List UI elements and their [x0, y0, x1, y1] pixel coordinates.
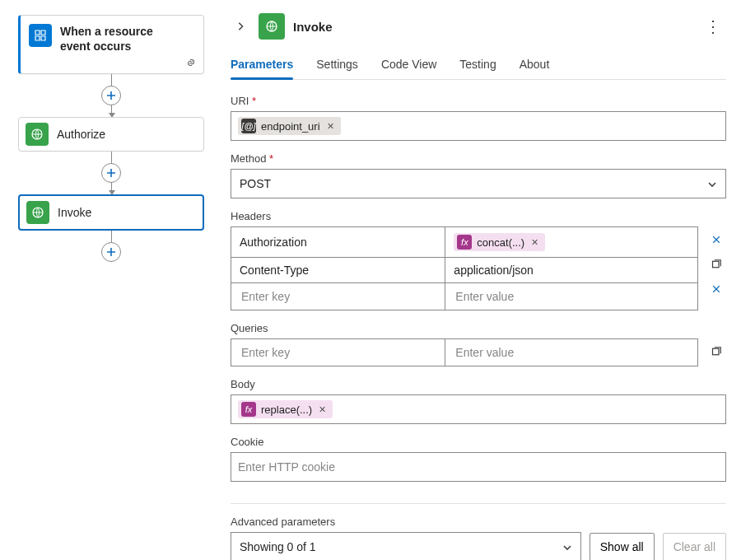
- header-delete-button[interactable]: [706, 230, 726, 250]
- token-label: endpoint_uri: [261, 120, 320, 133]
- chevron-down-icon: [562, 542, 572, 552]
- panel-tabs: Parameters Settings Code View Testing Ab…: [231, 53, 726, 80]
- advanced-select[interactable]: Showing 0 of 1: [231, 532, 581, 560]
- add-step-button[interactable]: [101, 242, 121, 262]
- flow-canvas: When a resource event occurs Authorize I…: [0, 0, 222, 560]
- token-fx-replace[interactable]: fx replace(...) ✕: [238, 400, 333, 418]
- queries-switch-mode-button[interactable]: [706, 342, 726, 362]
- uri-input[interactable]: [@] endpoint_uri ✕: [231, 111, 726, 141]
- tab-testing[interactable]: Testing: [459, 53, 496, 79]
- cookie-input[interactable]: [238, 457, 719, 477]
- header-row: Content-Type application/json: [231, 258, 697, 283]
- http-icon: [259, 13, 285, 40]
- flow-connector: [18, 152, 204, 194]
- header-value-text: application/json: [454, 264, 534, 277]
- section-divider: [231, 503, 726, 504]
- flow-node-authorize[interactable]: Authorize: [18, 117, 204, 152]
- fx-icon: fx: [457, 235, 472, 250]
- tab-parameters[interactable]: Parameters: [231, 53, 293, 79]
- headers-table: Authorization fx concat(...) ✕ Content-T…: [231, 226, 698, 310]
- flow-node-title: Invoke: [58, 206, 91, 219]
- header-value-input[interactable]: [454, 289, 689, 304]
- link-icon: [185, 57, 197, 68]
- collapse-panel-button[interactable]: [231, 16, 250, 36]
- action-detail-panel: Invoke ⋮ Parameters Settings Code View T…: [222, 0, 741, 560]
- query-key-input[interactable]: [240, 345, 436, 360]
- method-select[interactable]: POST: [231, 169, 726, 198]
- token-endpoint-uri[interactable]: [@] endpoint_uri ✕: [238, 117, 341, 135]
- event-grid-icon: [29, 24, 52, 47]
- headers-label: Headers: [231, 210, 726, 222]
- queries-table: [231, 338, 698, 366]
- method-value: POST: [240, 177, 271, 190]
- token-fx-concat[interactable]: fx concat(...) ✕: [454, 233, 545, 251]
- header-value-cell[interactable]: application/json: [445, 258, 697, 282]
- token-label: replace(...): [261, 404, 312, 416]
- header-key-input[interactable]: [240, 289, 436, 304]
- flow-node-trigger[interactable]: When a resource event occurs: [18, 15, 204, 74]
- cookie-input-wrap: [231, 452, 726, 482]
- flow-connector: [18, 74, 204, 117]
- tab-about[interactable]: About: [520, 53, 550, 79]
- cookie-label: Cookie: [231, 436, 726, 448]
- token-label: concat(...): [477, 236, 524, 249]
- fx-icon: fx: [241, 402, 256, 417]
- advanced-label: Advanced parameters: [231, 516, 726, 528]
- token-remove-button[interactable]: ✕: [325, 121, 334, 132]
- header-key-cell[interactable]: Content-Type: [231, 258, 445, 282]
- query-row-empty: [231, 339, 697, 366]
- show-all-button[interactable]: Show all: [590, 533, 655, 560]
- flow-node-title: When a resource event occurs: [60, 24, 167, 54]
- token-remove-button[interactable]: ✕: [317, 404, 326, 415]
- header-row: Authorization fx concat(...) ✕: [231, 227, 697, 258]
- query-value-input[interactable]: [454, 345, 689, 360]
- panel-title: Invoke: [293, 20, 692, 34]
- header-delete-button[interactable]: [706, 279, 726, 299]
- advanced-value: Showing 0 of 1: [240, 540, 316, 553]
- svg-rect-3: [713, 261, 720, 268]
- http-icon: [26, 123, 49, 146]
- parameter-icon: [@]: [241, 119, 256, 133]
- uri-label: URI: [231, 95, 726, 107]
- header-key-text: Content-Type: [240, 264, 309, 277]
- token-remove-button[interactable]: ✕: [529, 237, 538, 248]
- clear-all-button[interactable]: Clear all: [663, 533, 726, 560]
- flow-node-invoke[interactable]: Invoke: [18, 194, 204, 231]
- header-key-text: Authorization: [240, 236, 307, 249]
- body-label: Body: [231, 378, 726, 390]
- headers-switch-mode-button[interactable]: [706, 254, 726, 274]
- flow-node-title: Authorize: [57, 128, 105, 141]
- add-step-button[interactable]: [101, 163, 121, 183]
- flow-connector: [18, 231, 204, 262]
- http-icon: [26, 201, 49, 224]
- queries-label: Queries: [231, 322, 726, 334]
- tab-code-view[interactable]: Code View: [381, 53, 436, 79]
- header-value-cell[interactable]: fx concat(...) ✕: [445, 227, 697, 257]
- svg-rect-4: [713, 348, 720, 355]
- chevron-down-icon: [707, 179, 717, 189]
- panel-more-button[interactable]: ⋮: [700, 13, 726, 40]
- add-step-button[interactable]: [101, 86, 121, 105]
- method-label: Method: [231, 152, 726, 165]
- tab-settings[interactable]: Settings: [316, 53, 358, 79]
- header-key-cell[interactable]: Authorization: [231, 227, 445, 257]
- body-input[interactable]: fx replace(...) ✕: [231, 394, 726, 424]
- header-row-empty: [231, 283, 697, 310]
